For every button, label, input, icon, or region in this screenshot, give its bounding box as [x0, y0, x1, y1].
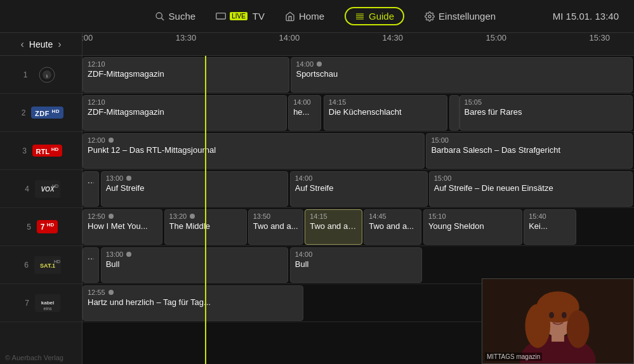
program-block[interactable]: 13:00 Bull — [101, 247, 288, 283]
footer: © Auerbach Verlag — [5, 354, 63, 361]
home-label: Home — [299, 11, 324, 22]
program-block[interactable]: 14:00 Bull — [290, 247, 423, 283]
pro7-logo-text: 7 — [41, 223, 45, 231]
channel-row-7[interactable]: 7 kabel eins — [0, 284, 82, 322]
nav-tv[interactable]: LIVE TV — [216, 11, 265, 22]
channel-row-5[interactable]: 5 7 HD — [0, 208, 82, 246]
prog-time: 12:50 — [88, 212, 157, 220]
prog-title: ZDF-Mittagsmagazin — [88, 69, 284, 79]
prog-time: 13:00 — [106, 250, 283, 258]
time-slot-1500: 15:00 — [485, 33, 506, 42]
channel-logo-2: ZDF HD — [31, 107, 63, 119]
prev-day-button[interactable]: ‹ — [20, 39, 23, 50]
rtl-logo-text: RTL — [36, 147, 50, 155]
nav-search[interactable]: Suche — [155, 11, 196, 22]
program-block[interactable]: 15:10 Young Sheldon — [423, 209, 522, 245]
prog-title: Two and a Hal... — [310, 221, 357, 231]
prog-title: How I Met You... — [88, 221, 157, 231]
svg-point-7 — [428, 15, 431, 18]
prog-title: Bull — [106, 259, 283, 269]
svg-text:eins: eins — [43, 306, 51, 311]
prog-title: Die Küchenschlacht — [329, 107, 443, 117]
program-block[interactable]: 12:50 How I Met You... — [83, 209, 162, 245]
program-block[interactable]: 14:00 he... — [288, 95, 321, 131]
channel-row-6[interactable]: 6 SAT.1 HD — [0, 246, 82, 284]
program-block[interactable]: 15:05 Bares für Rares — [459, 95, 633, 131]
channel-row-2[interactable]: 2 ZDF HD — [0, 94, 82, 132]
program-block[interactable]: 15:00 Auf Streife – Die neuen Einsätze — [429, 171, 633, 207]
prog-title: Bares für Rares — [465, 107, 628, 117]
channel-row-4[interactable]: 4 VOX HD — [0, 170, 82, 208]
prog-time: 14:15 — [329, 98, 443, 106]
channel-row-1[interactable]: 1 1 — [0, 56, 82, 94]
prog-title: ZDF-Mittagsmagazin — [88, 107, 282, 117]
prog-title: Sportschau — [296, 69, 628, 79]
svg-rect-29 — [482, 279, 633, 364]
program-block[interactable]: 12:55 Hartz und herzlich – Tag für Tag..… — [83, 285, 303, 321]
prog-title: Kei... — [529, 221, 571, 231]
program-block[interactable]: 14:00 Auf Streife — [290, 171, 428, 207]
program-area: 12:10 ZDF-Mittagsmagazin 14:00 Sportscha… — [83, 56, 634, 364]
channel-row-3[interactable]: 3 RTL HD — [0, 132, 82, 170]
prog-title: Hartz und herzlich – Tag für Tag... — [88, 297, 298, 307]
prog-time: 15:40 — [529, 212, 571, 220]
nav-guide[interactable]: Guide — [345, 7, 404, 25]
prog-time: 12:10 — [88, 60, 284, 68]
program-block[interactable]: 14:45 Two and a... — [364, 209, 421, 245]
prog-time: 12:00 — [88, 136, 419, 144]
main-grid: 1 1 2 ZDF HD 3 RTL — [0, 56, 634, 364]
today-nav: ‹ Heute › — [0, 33, 83, 55]
program-row-2: 12:10 ZDF-Mittagsmagazin 14:00 he... 14:… — [83, 94, 634, 132]
channel-num-4: 4 — [22, 185, 32, 193]
channel-num-6: 6 — [22, 261, 32, 270]
program-block[interactable]: 12:10 ZDF-Mittagsmagazin — [83, 57, 289, 93]
prog-title: he... — [293, 107, 316, 117]
program-block[interactable]: 13:50 Two and a... — [248, 209, 303, 245]
program-block[interactable]: 15:40 Kei... — [524, 209, 576, 245]
tv-label: TV — [253, 11, 265, 22]
program-block[interactable]: 12:00 Punkt 12 – Das RTL-Mittagsjournal — [83, 133, 425, 169]
program-row-1: 12:10 ZDF-Mittagsmagazin 14:00 Sportscha… — [83, 56, 634, 94]
channel-logo-7: kabel eins — [35, 294, 60, 312]
copyright-text: © Auerbach Verlag — [5, 354, 63, 361]
program-block[interactable]: .... — [83, 247, 99, 283]
record-icon — [109, 138, 114, 143]
time-slots: 13:00 13:30 14:00 14:30 15:00 15:30 — [83, 33, 634, 55]
record-icon — [317, 62, 322, 67]
svg-rect-2 — [216, 13, 226, 18]
preview-label: MITTAGS magazin — [485, 353, 542, 361]
guide-icon — [355, 11, 365, 22]
kabel-logo: kabel eins — [35, 294, 60, 312]
nav-settings[interactable]: Einstellungen — [425, 11, 496, 22]
program-block[interactable]: .... — [83, 171, 99, 207]
time-slot-1400: 14:00 — [279, 33, 300, 42]
preview-image — [482, 278, 633, 364]
next-day-button[interactable]: › — [58, 39, 61, 50]
datetime-display: MI 15.01. 13:40 — [553, 11, 619, 22]
prog-title: .... — [88, 252, 94, 261]
sat1-logo: SAT.1 HD — [34, 256, 61, 274]
program-block[interactable]: 13:00 Auf Streife — [101, 171, 288, 207]
prog-title: Barbara Salesch – Das Strafgericht — [431, 145, 628, 155]
channel-num-5: 5 — [24, 223, 34, 231]
program-block-selected[interactable]: 14:15 Two and a Hal... — [305, 209, 362, 245]
program-block[interactable]: 15:00 Barbara Salesch – Das Strafgericht — [426, 133, 633, 169]
time-slot-1330: 13:30 — [176, 33, 197, 42]
zdf-logo-text: ZDF — [35, 109, 50, 117]
thumb-inner: MITTAGS magazin — [482, 279, 633, 363]
program-row-3: 12:00 Punkt 12 – Das RTL-Mittagsjournal … — [83, 132, 634, 170]
nav-home[interactable]: Home — [285, 11, 324, 22]
program-block[interactable]: 14:15 Die Küchenschlacht — [324, 95, 448, 131]
zdf-hd-text: HD — [51, 108, 60, 114]
prog-title: Bull — [295, 259, 418, 269]
channel-num-1: 1 — [20, 70, 30, 79]
settings-icon — [425, 11, 435, 22]
channel-num-2: 2 — [18, 108, 29, 117]
program-block[interactable]: .. — [449, 95, 459, 131]
prog-time: 15:00 — [434, 174, 628, 182]
live-badge: LIVE — [230, 12, 248, 20]
program-block[interactable]: 14:00 Sportschau — [291, 57, 633, 93]
program-row-4: .... 13:00 Auf Streife 14:00 Auf Streife… — [83, 170, 634, 208]
program-block[interactable]: 12:10 ZDF-Mittagsmagazin — [83, 95, 287, 131]
current-time-line — [205, 56, 206, 364]
